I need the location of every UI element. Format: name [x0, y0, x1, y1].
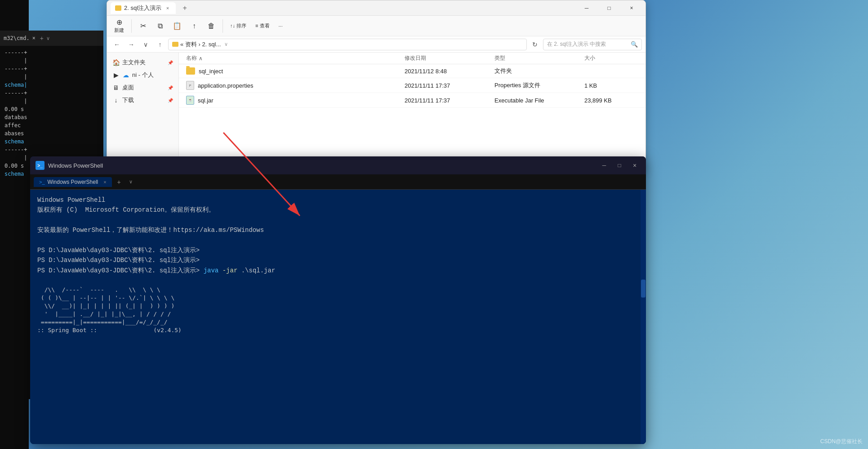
- ps-tabbar: >_ Windows PowerShell × + ∨: [30, 174, 646, 190]
- nav-forward-button[interactable]: →: [125, 38, 138, 51]
- search-placeholder-text: 在 2. sql注入演示 中搜索: [547, 40, 606, 48]
- pin-icon: 📌: [168, 60, 173, 65]
- ps-ascii-4: ' |____| .__/ |_| |_|\__, | / / / /: [37, 310, 639, 318]
- file-type: Properties 源文件: [494, 81, 584, 89]
- csdn-watermark: CSDN@悲催社长: [820, 438, 863, 445]
- share-icon: ↑: [190, 22, 198, 30]
- cmd-line: affec: [4, 121, 99, 129]
- properties-icon: P: [186, 81, 194, 90]
- sidebar-item-desktop[interactable]: 🖥 桌面 📌: [107, 81, 178, 94]
- file-size: 23,899 KB: [584, 97, 638, 104]
- paste-button[interactable]: 📋: [169, 20, 185, 32]
- col-size-label: 大小: [584, 54, 595, 62]
- ps-tab-close[interactable]: ×: [103, 179, 106, 185]
- ps-icon-label: >_: [37, 163, 42, 168]
- copy-button[interactable]: ⧉: [152, 20, 168, 32]
- explorer-tab-add[interactable]: +: [179, 3, 190, 13]
- col-header-modified[interactable]: 修改日期: [405, 54, 494, 62]
- filelist-header: 名称 ∧ 修改日期 类型 大小: [179, 53, 645, 64]
- explorer-tab[interactable]: 2. sql注入演示 ×: [111, 2, 176, 14]
- cmd-tab-down[interactable]: ∨: [46, 36, 50, 41]
- ps-tab-label: Windows PowerShell: [48, 179, 98, 185]
- address-bar[interactable]: « 资料 › 2. sql... ∨: [168, 39, 527, 50]
- explorer-close-button[interactable]: ×: [621, 1, 642, 15]
- explorer-minimize-button[interactable]: ─: [576, 1, 597, 15]
- cmd-file-arg: .\sql.jar: [241, 267, 276, 274]
- view-button[interactable]: ≡ 查看: [252, 21, 273, 31]
- file-name: sql.jar: [198, 97, 214, 104]
- refresh-button[interactable]: ↻: [529, 38, 541, 51]
- more-button[interactable]: ···: [275, 22, 286, 31]
- new-icon: ⊕: [115, 18, 123, 26]
- toolbar-sep-2: [223, 19, 223, 33]
- cmd-line: |: [4, 73, 99, 81]
- cmd-line: schema|: [4, 81, 99, 89]
- col-header-type[interactable]: 类型: [494, 54, 584, 62]
- ps-scrollbar[interactable]: [641, 190, 646, 444]
- nav-back-button[interactable]: ←: [111, 38, 123, 51]
- col-type-label: 类型: [494, 54, 505, 62]
- ps-app-icon: >_: [36, 161, 45, 170]
- sidebar-item-home[interactable]: 🏠 主文件夹 📌: [107, 56, 178, 69]
- ps-minimize-button[interactable]: ─: [598, 160, 610, 171]
- cmd-line: abases: [4, 129, 99, 138]
- powershell-window: >_ Windows PowerShell ─ □ × >_ Windows P…: [30, 156, 646, 444]
- delete-button[interactable]: 🗑: [204, 20, 219, 32]
- explorer-tab-label: 2. sql注入演示: [124, 4, 161, 12]
- ps-titlebar: >_ Windows PowerShell ─ □ ×: [30, 156, 646, 174]
- explorer-tab-close[interactable]: ×: [164, 4, 171, 12]
- nav-up-button[interactable]: ↑: [154, 38, 166, 51]
- ps-maximize-button[interactable]: □: [614, 160, 625, 171]
- nav-dropdown-button[interactable]: ∨: [139, 38, 152, 51]
- sidebar-downloads-label: 下载: [122, 96, 134, 104]
- new-button[interactable]: ⊕ 新建: [111, 16, 128, 36]
- desktop-icon: 🖥: [112, 84, 120, 91]
- sort-label: ↑↓ 排序: [230, 22, 246, 29]
- file-row-sql-inject[interactable]: sql_inject 2021/11/12 8:48 文件夹: [179, 64, 645, 78]
- col-header-size[interactable]: 大小: [584, 54, 638, 62]
- paste-icon: 📋: [173, 22, 181, 30]
- copy-icon: ⧉: [156, 22, 164, 30]
- col-header-name[interactable]: 名称 ∧: [186, 54, 405, 62]
- sidebar-item-downloads[interactable]: ↓ 下载 📌: [107, 94, 178, 107]
- explorer-body: 🏠 主文件夹 📌 ▶ ☁ ni - 个人 🖥 桌面 📌 ↓ 下载 📌: [107, 53, 645, 171]
- cut-button[interactable]: ✂: [135, 20, 151, 32]
- ps-tab-dropdown-button[interactable]: ∨: [126, 178, 135, 187]
- file-type: Executable Jar File: [494, 97, 584, 104]
- ps-close-button[interactable]: ×: [629, 160, 641, 171]
- file-name: sql_inject: [199, 68, 223, 75]
- downloads-icon: ↓: [112, 97, 120, 104]
- share-button[interactable]: ↑: [187, 20, 202, 32]
- ps-line-prompt1: PS D:\JavaWeb\day03-JDBC\资料\2. sql注入演示>: [37, 245, 639, 255]
- ps-tab-powershell[interactable]: >_ Windows PowerShell ×: [34, 177, 112, 187]
- view-label: ≡ 查看: [255, 22, 269, 29]
- ps-ascii-5: =========|_|===========|___/=/_/_/_/: [37, 318, 639, 326]
- ps-line-empty3: [37, 276, 639, 285]
- address-folder-icon: [172, 42, 178, 47]
- file-modified: 2021/11/12 8:48: [405, 68, 494, 75]
- explorer-nav: ← → ∨ ↑ « 资料 › 2. sql... ∨ ↻ 在 2. sql注入演…: [107, 36, 645, 53]
- file-row-sql-jar[interactable]: ☕ sql.jar 2021/11/11 17:37 Executable Ja…: [179, 93, 645, 108]
- explorer-maximize-button[interactable]: □: [599, 1, 619, 15]
- address-chevron-icon[interactable]: ∨: [224, 41, 228, 47]
- sort-button[interactable]: ↑↓ 排序: [227, 21, 250, 31]
- address-text: « 资料 › 2. sql...: [180, 40, 221, 49]
- more-label: ···: [279, 23, 283, 29]
- cut-icon: ✂: [139, 22, 147, 30]
- delete-icon: 🗑: [207, 22, 215, 30]
- cmd-tab-close[interactable]: ×: [32, 35, 36, 41]
- cmd-tab-label: m32\cmd.: [4, 35, 30, 41]
- search-icon: 🔍: [631, 41, 638, 48]
- explorer-toolbar: ⊕ 新建 ✂ ⧉ 📋 ↑ 🗑 ↑↓ 排序 ≡ 查看 ···: [107, 16, 645, 36]
- cmd-tab-add[interactable]: +: [40, 35, 44, 42]
- tab-folder-icon: [115, 5, 121, 11]
- cmd-java-keyword: java: [204, 267, 219, 274]
- ps-ascii-6: :: Spring Boot :: (v2.4.5): [37, 326, 639, 334]
- file-row-properties[interactable]: P application.properties 2021/11/11 17:3…: [179, 78, 645, 93]
- explorer-window: 2. sql注入演示 × + ─ □ × ⊕ 新建 ✂ ⧉ 📋 ↑ 🗑: [107, 0, 646, 171]
- search-bar[interactable]: 在 2. sql注入演示 中搜索 🔍: [543, 39, 642, 50]
- ps-tab-add-button[interactable]: +: [114, 177, 125, 187]
- sidebar-item-cloud[interactable]: ▶ ☁ ni - 个人: [107, 69, 178, 81]
- file-name-cell: P application.properties: [186, 81, 405, 90]
- ps-scrollbar-thumb: [641, 280, 645, 298]
